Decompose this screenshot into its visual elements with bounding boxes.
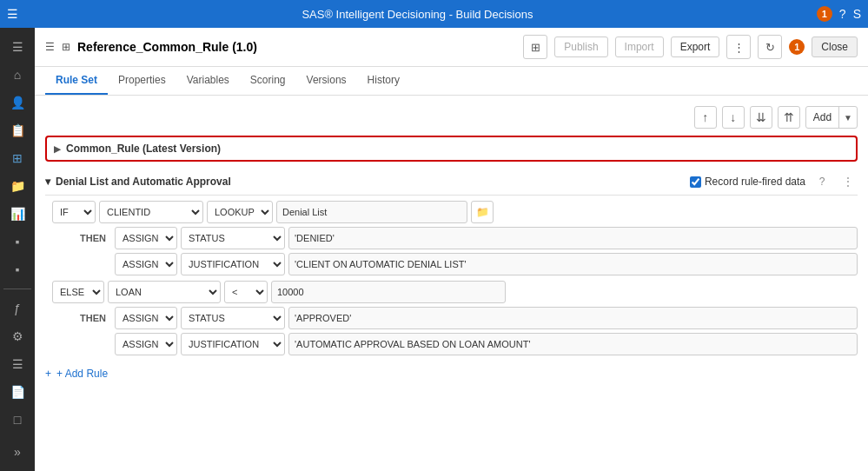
section-title: ▾ Denial List and Automatic Approval bbox=[45, 176, 231, 188]
tab-variables[interactable]: Variables bbox=[176, 67, 240, 95]
sidebar-box-icon[interactable]: □ bbox=[3, 408, 31, 432]
lookup-select[interactable]: LOOKUP bbox=[207, 201, 273, 223]
refresh-icon[interactable]: ↻ bbox=[758, 35, 782, 59]
tab-history[interactable]: History bbox=[357, 67, 410, 95]
notification-badge[interactable]: 1 bbox=[817, 6, 832, 22]
rule-group: ▶ Common_Rule (Latest Version) bbox=[45, 136, 858, 162]
sidebar-list-icon[interactable]: 📋 bbox=[3, 118, 31, 143]
grid-view-btn[interactable]: ⊞ bbox=[523, 35, 547, 59]
add-button-label: Add bbox=[806, 111, 838, 123]
rule-group-label: Common_Rule (Latest Version) bbox=[66, 143, 221, 155]
add-rule-button[interactable]: + + Add Rule bbox=[45, 362, 858, 385]
rule-icon: ⊞ bbox=[62, 41, 70, 53]
then-row-2: THEN ASSIGN STATUS 'APPROVED' bbox=[45, 307, 858, 329]
clientid-select[interactable]: CLIENTID bbox=[99, 201, 203, 223]
top-bar-left: ☰ bbox=[7, 7, 18, 21]
assign4-select[interactable]: ASSIGN bbox=[115, 333, 177, 355]
denial-section: ▾ Denial List and Automatic Approval Rec… bbox=[45, 169, 858, 355]
sidebar-divider bbox=[3, 289, 31, 289]
move-down-icon[interactable]: ↓ bbox=[722, 106, 745, 129]
sidebar-square-icon[interactable]: ▪ bbox=[3, 229, 31, 254]
assign-row-1: ASSIGN JUSTIFICATION 'CLIENT ON AUTOMATI… bbox=[45, 253, 858, 275]
user-icon[interactable]: S bbox=[853, 7, 861, 21]
add-rule-label: + Add Rule bbox=[56, 368, 108, 380]
sidebar-function-icon[interactable]: ƒ bbox=[3, 296, 31, 321]
justification2-select[interactable]: JUSTIFICATION bbox=[181, 333, 285, 355]
list-view-icon[interactable]: ☰ bbox=[45, 41, 55, 53]
justification1-input[interactable]: 'CLIENT ON AUTOMATIC DENIAL LIST' bbox=[288, 253, 858, 275]
help-icon[interactable]: ? bbox=[839, 7, 846, 21]
top-bar: ☰ SAS® Intelligent Decisioning - Build D… bbox=[0, 0, 868, 28]
rule-group-header[interactable]: ▶ Common_Rule (Latest Version) bbox=[54, 143, 849, 155]
section-more-icon[interactable]: ⋮ bbox=[838, 172, 858, 191]
collapse-all-icon[interactable]: ⇈ bbox=[778, 106, 800, 129]
sidebar: ☰ ⌂ 👤 📋 ⊞ 📁 📊 ▪ ▪ ƒ ⚙ ☰ 📄 □ » bbox=[0, 28, 35, 471]
status2-input[interactable]: 'APPROVED' bbox=[288, 307, 858, 329]
window-header: ☰ ⊞ Reference_Common_Rule (1.0) ⊞ Publis… bbox=[35, 28, 868, 67]
tab-versions[interactable]: Versions bbox=[296, 67, 357, 95]
sidebar-user-icon[interactable]: 👤 bbox=[3, 90, 31, 115]
import-button[interactable]: Import bbox=[615, 36, 664, 57]
tab-scoring[interactable]: Scoring bbox=[240, 67, 296, 95]
more-options-icon[interactable]: ⋮ bbox=[726, 35, 751, 59]
sidebar-rows-icon[interactable]: ☰ bbox=[3, 352, 31, 376]
toolbar-row: ↑ ↓ ⇊ ⇈ Add ▼ bbox=[45, 103, 858, 136]
record-fired-checkbox[interactable] bbox=[690, 176, 701, 188]
then-keyword-1: THEN bbox=[80, 233, 111, 243]
sidebar-square2-icon[interactable]: ▪ bbox=[3, 257, 31, 282]
add-button-arrow[interactable]: ▼ bbox=[838, 107, 857, 128]
folder-icon[interactable]: 📁 bbox=[471, 201, 494, 223]
tab-bar: Rule Set Properties Variables Scoring Ve… bbox=[35, 67, 868, 96]
assign-row-2: ASSIGN JUSTIFICATION 'AUTOMATIC APPROVAL… bbox=[45, 333, 858, 355]
assign3-select[interactable]: ASSIGN bbox=[115, 307, 177, 329]
content-area: ☰ ⊞ Reference_Common_Rule (1.0) ⊞ Publis… bbox=[35, 28, 868, 471]
tab-rule-set[interactable]: Rule Set bbox=[45, 67, 108, 95]
assign1-select[interactable]: ASSIGN bbox=[115, 227, 177, 249]
loan-select[interactable]: LOAN bbox=[108, 281, 221, 303]
section-controls: Record rule-fired data ? ⋮ bbox=[690, 172, 858, 191]
hamburger-icon[interactable]: ☰ bbox=[7, 7, 18, 21]
if-row: IF CLIENTID LOOKUP 📁 bbox=[45, 201, 858, 223]
sidebar-home-icon[interactable]: ⌂ bbox=[3, 63, 31, 87]
app-title: SAS® Intelligent Decisioning - Build Dec… bbox=[18, 8, 817, 21]
status2-select[interactable]: STATUS bbox=[181, 307, 285, 329]
sidebar-expand-icon[interactable]: » bbox=[3, 440, 31, 464]
move-up-icon[interactable]: ↑ bbox=[694, 106, 717, 129]
status1-input[interactable]: 'DENIED' bbox=[288, 227, 858, 249]
expand-chevron: ▶ bbox=[54, 144, 61, 154]
sidebar-folder-icon[interactable]: 📁 bbox=[3, 174, 31, 198]
justification1-select[interactable]: JUSTIFICATION bbox=[181, 253, 285, 275]
export-button[interactable]: Export bbox=[671, 36, 720, 57]
section-help-icon[interactable]: ? bbox=[812, 172, 832, 191]
section-header: ▾ Denial List and Automatic Approval Rec… bbox=[45, 169, 858, 196]
status1-select[interactable]: STATUS bbox=[181, 227, 285, 249]
version-badge: 1 bbox=[789, 39, 805, 55]
close-button[interactable]: Close bbox=[812, 36, 858, 57]
window-title: Reference_Common_Rule (1.0) bbox=[77, 40, 516, 54]
sidebar-grid-icon[interactable]: ⊞ bbox=[3, 146, 31, 170]
else-select[interactable]: ELSE bbox=[52, 281, 104, 303]
main-layout: ☰ ⌂ 👤 📋 ⊞ 📁 📊 ▪ ▪ ƒ ⚙ ☰ 📄 □ » ☰ ⊞ Refere… bbox=[0, 28, 868, 471]
if-select[interactable]: IF bbox=[52, 201, 96, 223]
add-button[interactable]: Add ▼ bbox=[805, 106, 858, 129]
assign2-select[interactable]: ASSIGN bbox=[115, 253, 177, 275]
then-row-1: THEN ASSIGN STATUS 'DENIED' bbox=[45, 227, 858, 249]
loan-amount-input[interactable] bbox=[271, 281, 506, 303]
section-collapse-icon[interactable]: ▾ bbox=[45, 176, 50, 188]
top-bar-right: 1 ? S bbox=[817, 6, 861, 22]
then-keyword-2: THEN bbox=[80, 313, 111, 323]
else-row: ELSE LOAN < bbox=[45, 281, 858, 303]
record-fired-text: Record rule-fired data bbox=[705, 176, 805, 188]
collapse-icon[interactable]: ⇊ bbox=[750, 106, 772, 129]
denial-list-input[interactable] bbox=[276, 201, 467, 223]
sidebar-chart-icon[interactable]: 📊 bbox=[3, 202, 31, 226]
justification2-input[interactable]: 'AUTOMATIC APPROVAL BASED ON LOAN AMOUNT… bbox=[288, 333, 858, 355]
sidebar-gear-icon[interactable]: ⚙ bbox=[3, 324, 31, 348]
tab-properties[interactable]: Properties bbox=[108, 67, 176, 95]
section-label: Denial List and Automatic Approval bbox=[56, 176, 231, 188]
publish-button[interactable]: Publish bbox=[554, 36, 607, 57]
sidebar-doc-icon[interactable]: 📄 bbox=[3, 380, 31, 404]
add-rule-icon: + bbox=[45, 368, 51, 380]
sidebar-menu-icon[interactable]: ☰ bbox=[3, 35, 31, 59]
lt-select[interactable]: < bbox=[224, 281, 268, 303]
